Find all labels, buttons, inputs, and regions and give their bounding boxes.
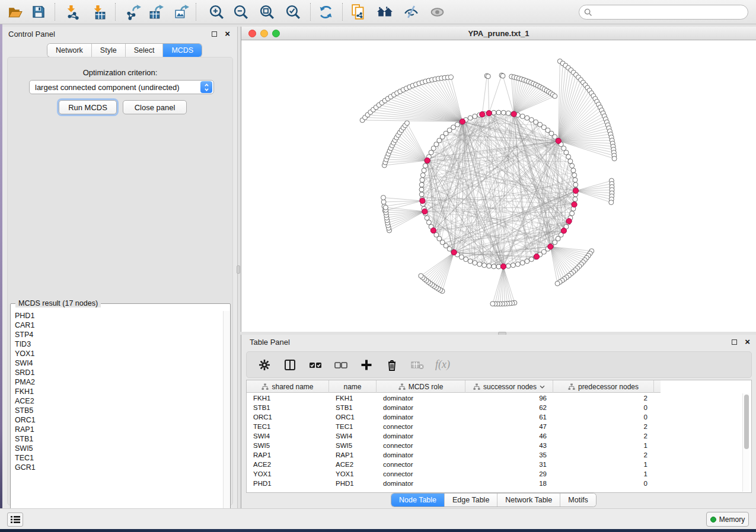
table-row[interactable]: YOX1YOX1connector291 xyxy=(247,469,661,479)
table-row[interactable]: TEC1TEC1connector472 xyxy=(247,422,661,431)
select-all-icon[interactable] xyxy=(308,357,323,373)
hide-selected-eye-icon[interactable] xyxy=(401,2,421,22)
mcds-result-item[interactable]: CAR1 xyxy=(11,321,224,330)
zoom-in-icon[interactable] xyxy=(206,2,227,22)
table-row[interactable]: ORC1ORC1dominator610 xyxy=(247,412,661,422)
table-scrollbar-thumb[interactable] xyxy=(744,395,749,449)
import-network-icon[interactable] xyxy=(62,2,82,22)
mcds-result-item[interactable]: STP4 xyxy=(11,330,224,339)
memory-button[interactable]: Memory xyxy=(706,512,749,527)
search-box[interactable] xyxy=(579,5,748,20)
function-builder-icon[interactable]: f(x) xyxy=(435,358,450,371)
show-all-eye-icon[interactable] xyxy=(427,2,447,22)
cell-predecessor-nodes: 2 xyxy=(553,422,654,431)
export-network-icon[interactable] xyxy=(123,2,143,22)
column-header-successor-nodes[interactable]: successor nodes xyxy=(465,380,553,393)
network-canvas[interactable] xyxy=(241,40,756,332)
table-row[interactable]: FKH1FKH1dominator962 xyxy=(247,393,661,403)
mcds-result-item[interactable]: ORC1 xyxy=(11,415,224,425)
delete-table-icon-disabled[interactable] xyxy=(410,357,425,373)
mcds-result-item[interactable]: PHD1 xyxy=(11,311,224,321)
clone-network-icon[interactable] xyxy=(349,2,369,22)
table-body[interactable]: FKH1FKH1dominator962STB1STB1dominator620… xyxy=(247,393,661,488)
sort-desc-icon xyxy=(540,385,545,389)
network-graph-svg xyxy=(241,40,756,332)
delete-icon[interactable] xyxy=(384,357,400,373)
table-panel-titlebar: Table Panel × xyxy=(241,335,756,350)
cell-name: ORC1 xyxy=(329,412,377,422)
mcds-result-item[interactable]: ACE2 xyxy=(11,396,224,406)
deselect-all-icon[interactable] xyxy=(333,357,349,373)
mcds-list-scrollbar[interactable] xyxy=(223,311,229,523)
mcds-result-item[interactable]: PMA2 xyxy=(11,377,224,387)
apply-layout-icon[interactable] xyxy=(315,2,336,22)
cell-MCDS-role: dominator xyxy=(377,431,465,441)
table-row[interactable]: RAP1RAP1dominator352 xyxy=(247,450,661,460)
mcds-result-item[interactable]: RAP1 xyxy=(11,425,224,434)
save-session-icon[interactable] xyxy=(28,2,49,22)
bottom-tab-network-table[interactable]: Network Table xyxy=(497,493,560,507)
mcds-result-item[interactable]: TID3 xyxy=(11,339,224,349)
mcds-result-item[interactable]: YOX1 xyxy=(11,349,224,358)
mcds-result-list[interactable]: PHD1CAR1STP4TID3YOX1SWI4SRD1PMA2FKH1ACE2… xyxy=(11,311,224,523)
table-row[interactable]: PHD1PHD1dominator180 xyxy=(247,479,661,488)
mcds-tab-content: Optimization criterion: largest connecte… xyxy=(7,57,233,505)
cell-predecessor-nodes: 1 xyxy=(553,441,654,450)
export-image-icon[interactable] xyxy=(171,2,192,22)
cell-MCDS-role: dominator xyxy=(377,403,465,412)
node-table: shared namenameMCDS rolesuccessor nodesp… xyxy=(246,380,752,493)
import-table-icon[interactable] xyxy=(88,2,109,22)
mcds-result-item[interactable]: STB1 xyxy=(11,434,224,444)
cell-shared-name: YOX1 xyxy=(247,469,329,479)
control-tab-mcds[interactable]: MCDS xyxy=(163,44,202,57)
mcds-result-item[interactable]: SWI4 xyxy=(11,358,224,368)
mcds-result-item[interactable]: TEC1 xyxy=(11,453,224,463)
mcds-result-item[interactable]: STB5 xyxy=(11,406,224,415)
cell-predecessor-nodes: 2 xyxy=(553,393,654,403)
vertical-splitter-handle[interactable] xyxy=(237,265,240,274)
search-input[interactable] xyxy=(592,8,748,17)
zoom-selected-icon[interactable] xyxy=(283,2,303,22)
table-row[interactable]: SWI5SWI5connector431 xyxy=(247,441,661,450)
float-panel-icon[interactable] xyxy=(212,31,217,37)
control-tab-select[interactable]: Select xyxy=(126,44,164,57)
table-settings-gear-icon[interactable] xyxy=(257,357,272,373)
show-columns-icon[interactable] xyxy=(282,357,298,373)
column-header-MCDS-role[interactable]: MCDS role xyxy=(377,380,465,393)
table-row[interactable]: STB1STB1dominator620 xyxy=(247,403,661,412)
close-panel-button[interactable]: Close panel xyxy=(123,100,187,114)
show-panel-list-icon[interactable] xyxy=(7,512,23,527)
open-file-icon[interactable] xyxy=(5,2,25,22)
table-row[interactable]: ACE2ACE2connector311 xyxy=(247,460,661,469)
zoom-fit-icon[interactable] xyxy=(257,2,277,22)
table-scrollbar[interactable] xyxy=(742,393,749,492)
column-header-predecessor-nodes[interactable]: predecessor nodes xyxy=(553,380,654,393)
bottom-tab-edge-table[interactable]: Edge Table xyxy=(445,493,497,507)
bottom-tab-motifs[interactable]: Motifs xyxy=(560,493,595,507)
add-column-icon[interactable] xyxy=(359,357,374,373)
column-header-name[interactable]: name xyxy=(329,380,377,393)
mcds-result-item[interactable]: FKH1 xyxy=(11,387,224,396)
close-panel-icon[interactable]: × xyxy=(225,28,230,39)
mcds-result-item[interactable]: SWI5 xyxy=(11,444,224,453)
home-icon[interactable] xyxy=(375,2,395,22)
control-tab-network[interactable]: Network xyxy=(47,44,92,57)
control-tab-style[interactable]: Style xyxy=(92,44,126,57)
optimization-criterion-select[interactable]: largest connected component (undirected) xyxy=(29,80,214,94)
network-window-titlebar[interactable]: YPA_prune.txt_1 xyxy=(241,27,756,40)
bottom-tab-node-table[interactable]: Node Table xyxy=(391,493,445,507)
mcds-result-item[interactable]: SRD1 xyxy=(11,368,224,377)
cell-successor-nodes: 18 xyxy=(465,479,553,488)
run-mcds-button[interactable]: Run MCDS xyxy=(59,100,117,114)
mcds-result-item[interactable]: GCR1 xyxy=(11,463,224,472)
column-header-shared-name[interactable]: shared name xyxy=(247,380,329,393)
export-table-icon[interactable] xyxy=(146,2,166,22)
table-row[interactable]: SWI4SWI4dominator462 xyxy=(247,431,661,441)
cell-successor-nodes: 35 xyxy=(465,450,553,460)
float-panel-icon[interactable] xyxy=(732,339,737,345)
cell-predecessor-nodes: 2 xyxy=(553,431,654,441)
close-panel-icon[interactable]: × xyxy=(745,336,750,347)
control-panel: Control Panel × NetworkStyleSelectMCDS O… xyxy=(2,27,238,508)
zoom-out-icon[interactable] xyxy=(231,2,251,22)
cell-shared-name: FKH1 xyxy=(247,393,329,403)
